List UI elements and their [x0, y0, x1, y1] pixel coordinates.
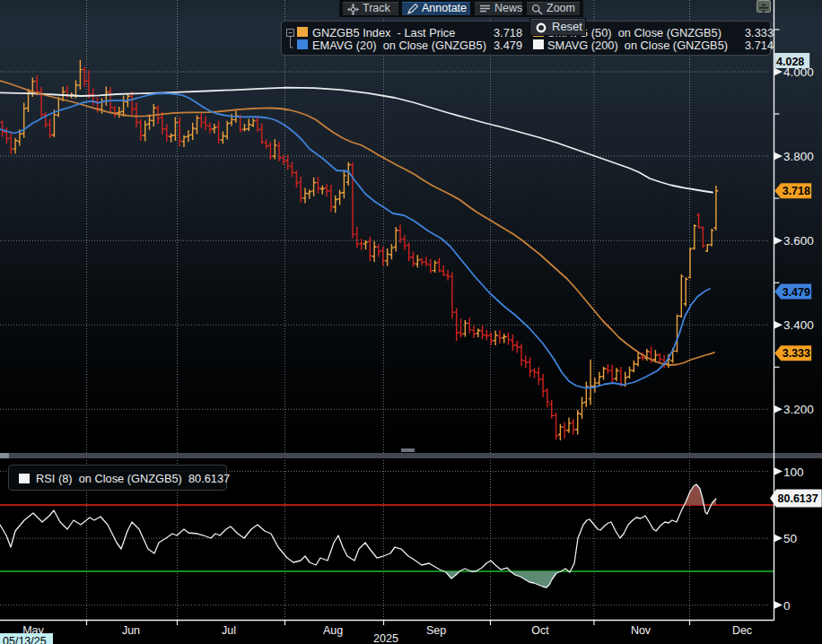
svg-text:3.200: 3.200	[783, 403, 814, 416]
svg-text:3.800: 3.800	[783, 150, 814, 163]
svg-text:0: 0	[783, 599, 791, 613]
svg-text:3.718: 3.718	[783, 185, 810, 197]
svg-text:Jun: Jun	[122, 624, 140, 637]
svg-text:2025: 2025	[373, 632, 398, 644]
svg-text:3.333: 3.333	[783, 347, 810, 360]
svg-text:05/13/25: 05/13/25	[3, 635, 47, 644]
svg-text:Sep: Sep	[426, 624, 446, 637]
svg-text:4.028: 4.028	[776, 56, 804, 68]
svg-text:Oct: Oct	[531, 624, 549, 637]
svg-text:Jul: Jul	[222, 624, 236, 637]
svg-text:3.600: 3.600	[783, 234, 814, 248]
svg-text:Dec: Dec	[732, 624, 752, 637]
svg-text:3.479: 3.479	[783, 286, 810, 299]
svg-text:80.6137: 80.6137	[778, 492, 818, 505]
svg-text:Aug: Aug	[323, 624, 343, 637]
svg-text:Nov: Nov	[631, 624, 651, 637]
svg-text:50: 50	[783, 532, 797, 545]
svg-text:3.400: 3.400	[783, 318, 814, 332]
svg-text:100: 100	[783, 466, 804, 479]
